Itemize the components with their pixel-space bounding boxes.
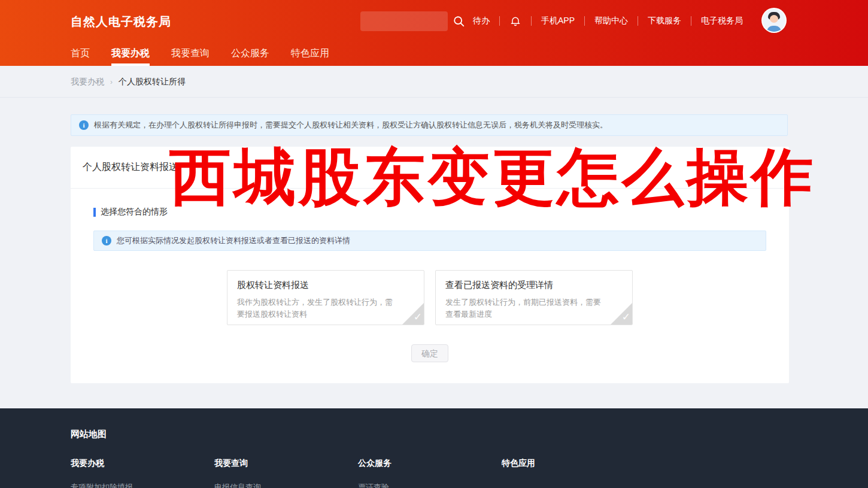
checkmark-icon: ✓ <box>414 311 422 323</box>
option-card-view-progress[interactable]: 查看已报送资料的受理详情 发生了股权转让行为，前期已报送资料，需要查看最新进度 … <box>435 270 633 325</box>
avatar-face <box>770 15 778 23</box>
footer-columns: 我要办税 专项附加扣除填报 我要查询 申报信息查询 公众服务 票证查验 特色应用 <box>71 458 868 488</box>
notification-bell-icon[interactable] <box>509 14 521 28</box>
breadcrumb-current: 个人股权转让所得 <box>119 77 186 87</box>
divider <box>499 16 500 26</box>
section-header: 选择您符合的情形 <box>93 207 789 217</box>
footer-sitemap-title: 网站地图 <box>71 429 868 440</box>
breadcrumb-bar: 我要办税 › 个人股权转让所得 <box>0 66 868 98</box>
mobile-app-link[interactable]: 手机APP <box>541 16 575 26</box>
option-description: 我作为股权转让方，发生了股权转让行为，需要报送股权转让资料 <box>237 296 414 320</box>
section-title: 选择您符合的情形 <box>101 207 168 217</box>
footer-link-declaration-query[interactable]: 申报信息查询 <box>214 482 358 488</box>
breadcrumb-separator-icon: › <box>110 78 113 86</box>
section-accent-bar <box>93 208 96 217</box>
footer-col-featured-apps: 特色应用 <box>502 458 645 488</box>
divider <box>638 16 638 26</box>
divider <box>531 16 532 26</box>
footer-col-header: 我要查询 <box>214 458 358 469</box>
footer-link-special-deduction[interactable]: 专项附加扣除填报 <box>71 482 214 488</box>
footer-col-header: 我要办税 <box>71 458 214 469</box>
tip-banner: i 您可根据实际情况发起股权转让资料报送或者查看已报送的资料详情 <box>93 231 766 251</box>
nav-home-label: 首页 <box>71 48 90 58</box>
option-cards-row: 股权转让资料报送 我作为股权转让方，发生了股权转让行为，需要报送股权转让资料 ✓… <box>71 270 789 325</box>
site-footer: 网站地图 我要办税 专项附加扣除填报 我要查询 申报信息查询 公众服务 票证查验… <box>0 408 868 488</box>
panel-header: 个人股权转让资料报送 <box>71 147 789 189</box>
footer-col-public-service: 公众服务 票证查验 <box>358 458 502 488</box>
header-quick-links: 待办 手机APP 帮助中心 下载服务 电子税务局 <box>473 0 743 42</box>
content-panel: 个人股权转让资料报送 选择您符合的情形 i 您可根据实际情况发起股权转让资料报送… <box>71 147 789 383</box>
footer-col-query: 我要查询 申报信息查询 <box>214 458 358 488</box>
tip-text: 您可根据实际情况发起股权转让资料报送或者查看已报送的资料详情 <box>117 235 350 246</box>
option-title: 股权转让资料报送 <box>237 280 414 291</box>
etax-bureau-link[interactable]: 电子税务局 <box>701 16 743 26</box>
site-logo[interactable]: 自然人电子税务局 <box>71 14 171 30</box>
info-icon: i <box>102 236 111 245</box>
search-input[interactable] <box>360 11 448 31</box>
nav-home[interactable]: 首页 <box>71 42 90 66</box>
nav-query-label: 我要查询 <box>171 48 210 58</box>
app-header: 自然人电子税务局 待办 手机APP 帮助中心 下载服务 电子税务局 <box>0 0 868 66</box>
footer-link-ticket-verification[interactable]: 票证查验 <box>358 482 502 488</box>
page-notice-text: 根据有关规定，在办理个人股权转让所得申报时，需要提交个人股权转让相关资料，股权受… <box>94 120 608 131</box>
todo-link[interactable]: 待办 <box>473 16 490 26</box>
page-notice-banner: i 根据有关规定，在办理个人股权转让所得申报时，需要提交个人股权转让相关资料，股… <box>71 114 788 136</box>
footer-col-header: 公众服务 <box>358 458 502 469</box>
help-center-link[interactable]: 帮助中心 <box>594 16 628 26</box>
breadcrumb: 我要办税 › 个人股权转让所得 <box>71 77 186 87</box>
search-icon[interactable] <box>453 15 466 28</box>
divider <box>691 16 691 26</box>
nav-query[interactable]: 我要查询 <box>171 42 210 66</box>
download-service-link[interactable]: 下载服务 <box>648 16 681 26</box>
avatar-body <box>767 26 781 33</box>
option-description: 发生了股权转让行为，前期已报送资料，需要查看最新进度 <box>445 296 623 320</box>
breadcrumb-parent[interactable]: 我要办税 <box>71 77 104 87</box>
option-card-submit-materials[interactable]: 股权转让资料报送 我作为股权转让方，发生了股权转让行为，需要报送股权转让资料 ✓ <box>227 270 424 325</box>
confirm-button[interactable]: 确定 <box>411 344 448 362</box>
header-search <box>360 11 466 31</box>
nav-featured-apps-label: 特色应用 <box>291 48 329 58</box>
divider <box>584 16 585 26</box>
panel-title: 个人股权转让资料报送 <box>83 161 178 174</box>
main-nav: 首页 我要办税 我要查询 公众服务 特色应用 <box>71 42 329 66</box>
footer-col-header: 特色应用 <box>502 458 645 469</box>
nav-tax-handling-label: 我要办税 <box>111 48 150 58</box>
user-avatar[interactable] <box>761 8 787 33</box>
nav-featured-apps[interactable]: 特色应用 <box>291 42 329 66</box>
info-icon: i <box>79 120 89 130</box>
nav-public-service-label: 公众服务 <box>231 48 269 58</box>
footer-col-tax-handling: 我要办税 专项附加扣除填报 <box>71 458 214 488</box>
option-title: 查看已报送资料的受理详情 <box>445 280 623 291</box>
nav-public-service[interactable]: 公众服务 <box>231 42 269 66</box>
checkmark-icon: ✓ <box>622 311 630 323</box>
confirm-row: 确定 <box>71 344 789 362</box>
nav-tax-handling[interactable]: 我要办税 <box>111 42 150 66</box>
